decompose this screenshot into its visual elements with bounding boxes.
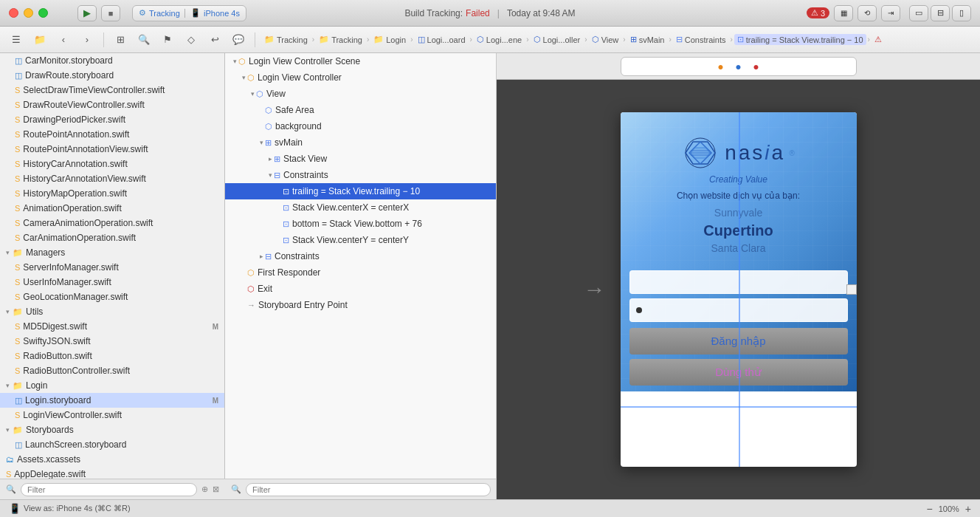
filter-options-left[interactable]: ⊕	[201, 485, 208, 494]
tree-item-loginvc[interactable]: S LoginViewController.swift	[0, 408, 224, 422]
tree-item-userinfo[interactable]: S UserInfoManager.swift	[0, 275, 224, 290]
tree-item-historycar[interactable]: S HistoryCarAnnotation.swift	[0, 157, 224, 171]
app-logo-area: nasia ® Creating Value Chọn website dịch…	[621, 112, 857, 264]
bookmark-btn[interactable]: ◇	[181, 31, 201, 49]
scheme-selector[interactable]: ⚙ Tracking │ 📱 iPhone 4s	[132, 5, 246, 21]
scene-item-exit[interactable]: ⬡ Exit	[225, 281, 496, 297]
tree-item-xcassets[interactable]: 🗂 Assets.xcassets	[0, 452, 224, 467]
scene-item-background[interactable]: ⬡ background	[225, 118, 496, 134]
breadcrumb-constraints[interactable]: ⊟ Constraints	[673, 33, 729, 46]
tree-item-loginstoryboard[interactable]: ◫ Login.storyboard M	[0, 393, 224, 408]
tree-item-md5[interactable]: S MD5Digest.swift M	[0, 319, 224, 334]
triangle-svmain[interactable]	[258, 139, 265, 146]
city-picker[interactable]: Sunnyvale Cupertino Santa Clara	[635, 204, 842, 257]
run-button[interactable]: ▶	[77, 5, 97, 21]
tree-item-radiobtn[interactable]: S RadioButton.swift	[0, 349, 224, 363]
stop-button[interactable]: ■	[101, 5, 120, 21]
tree-item-historycarvw[interactable]: S HistoryCarAnnotationView.swift	[0, 171, 224, 186]
sidebar-toggle[interactable]: ☰	[6, 31, 27, 49]
maximize-button[interactable]	[38, 8, 48, 18]
tree-item-cameraop[interactable]: S CameraAnimationOperation.swift	[0, 216, 224, 230]
tree-item-animation[interactable]: S AnimationOperation.swift	[0, 201, 224, 216]
filter-input-left[interactable]	[21, 483, 197, 496]
tree-item-carop[interactable]: S CarAnimationOperation.swift	[0, 230, 224, 245]
forward-btn[interactable]: ›	[77, 31, 97, 49]
close-button[interactable]	[9, 8, 18, 18]
comment-btn[interactable]: 💬	[228, 31, 249, 49]
scene-item-entrypoint[interactable]: → Storyboard Entry Point	[225, 297, 496, 313]
warning-btn[interactable]: ⚑	[157, 31, 178, 49]
tree-item-carmonitor[interactable]: ◫ CarMonitor.storyboard	[0, 53, 224, 68]
breadcrumb-trailing[interactable]: ⊡ trailing = Stack View.trailing − 10	[734, 34, 866, 45]
zoom-plus-btn[interactable]: +	[965, 503, 971, 515]
trial-button[interactable]: Dùng thử	[629, 359, 848, 386]
scene-item-centerx[interactable]: ⊡ Stack View.centerX = centerX	[225, 199, 496, 216]
triangle-scene[interactable]	[231, 58, 238, 65]
canvas-run-icon[interactable]: ●	[712, 58, 730, 75]
scene-item-trailing[interactable]: ⊡ trailing = Stack View.trailing − 10	[225, 183, 496, 199]
tree-item-geolocation[interactable]: S GeoLocationManager.swift	[0, 290, 224, 304]
tree-item-radiobtnctrl[interactable]: S RadioButtonController.swift	[0, 363, 224, 378]
breadcrumb-login[interactable]: 📁 Login	[370, 33, 409, 46]
scene-item-firstresponder[interactable]: ⬡ First Responder	[225, 264, 496, 281]
scene-item-safearea[interactable]: ⬡ Safe Area	[225, 102, 496, 118]
triangle-lvc[interactable]	[240, 74, 247, 81]
tree-item-launchscreen[interactable]: ◫ LaunchScreen.storyboard	[0, 437, 224, 452]
scene-item-view[interactable]: ⬡ View	[225, 86, 496, 102]
breadcrumb-svmain[interactable]: ⊞ svMain	[627, 33, 668, 46]
error-badge[interactable]: ⚠ 3	[807, 7, 829, 18]
panel-center-btn[interactable]: ⊟	[931, 5, 950, 21]
breadcrumb-storyboard[interactable]: ◫ Logi...oard	[415, 33, 469, 46]
layout-btn-3[interactable]: ⇥	[881, 5, 900, 21]
scene-item-lvc[interactable]: ⬡ Login View Controller	[225, 69, 496, 86]
back-btn[interactable]: ‹	[53, 31, 74, 49]
scene-item-stackview[interactable]: ⊞ Stack View	[225, 151, 496, 167]
scene-item-lvcscene[interactable]: ⬡ Login View Controller Scene	[225, 53, 496, 69]
search-btn[interactable]: 🔍	[134, 31, 154, 49]
triangle-stackview[interactable]	[266, 155, 274, 162]
layout-btn-1[interactable]: ▦	[834, 5, 853, 21]
tree-folder-managers[interactable]: ▾ 📁 Managers	[0, 245, 224, 260]
scene-item-constraints-sv[interactable]: ⊟ Constraints	[225, 167, 496, 183]
history-btn[interactable]: ↩	[204, 31, 225, 49]
tree-item-drawroute[interactable]: ◫ DrawRoute.storyboard	[0, 68, 224, 83]
tree-item-routepoint[interactable]: S RoutePointAnnotation.swift	[0, 127, 224, 142]
breadcrumb-tracking-2[interactable]: 📁 Tracking	[316, 33, 365, 46]
tree-item-historymap[interactable]: S HistoryMapOperation.swift	[0, 186, 224, 201]
filter-expand-left[interactable]: ⊠	[213, 485, 219, 494]
breadcrumb-controller[interactable]: ⬡ Logi...oller	[531, 33, 584, 46]
tree-item-serverinfo[interactable]: S ServerInfoManager.swift	[0, 260, 224, 275]
canvas-device-icon[interactable]: ●	[730, 58, 748, 75]
breadcrumb-scene[interactable]: ⬡ Logi...ene	[474, 33, 525, 46]
tree-item-drawingperiod[interactable]: S DrawingPeriodPicker.swift	[0, 112, 224, 127]
triangle-view[interactable]	[249, 90, 256, 97]
panel-right-btn[interactable]: ▯	[952, 5, 971, 21]
diff-btn[interactable]: ⊞	[110, 31, 131, 49]
tree-item-routepointview[interactable]: S RoutePointAnnotationView.swift	[0, 142, 224, 157]
tree-folder-storyboards[interactable]: ▾ 📁 Storyboards	[0, 422, 224, 437]
canvas-error-icon[interactable]: ●	[748, 58, 765, 75]
breadcrumb-error-btn[interactable]: ⚠	[872, 33, 885, 46]
login-button[interactable]: Đăng nhập	[629, 328, 848, 355]
folder-btn[interactable]: 📁	[30, 31, 50, 49]
scene-item-centery[interactable]: ⊡ Stack View.centerY = centerY	[225, 232, 496, 248]
breadcrumb-view[interactable]: ⬡ View	[589, 33, 622, 46]
nasia-text-container: nasia ®	[725, 141, 795, 165]
layout-btn-2[interactable]: ⟲	[858, 5, 877, 21]
minimize-button[interactable]	[24, 8, 33, 18]
tree-folder-utils[interactable]: ▾ 📁 Utils	[0, 304, 224, 319]
breadcrumb-tracking-1[interactable]: 📁 Tracking	[261, 33, 311, 46]
zoom-minus-btn[interactable]: −	[926, 503, 932, 515]
tree-folder-login[interactable]: ▾ 📁 Login	[0, 378, 224, 393]
triangle-constraints-view[interactable]	[258, 253, 265, 260]
panel-left-btn[interactable]: ▭	[909, 5, 928, 21]
scene-item-bottom[interactable]: ⊡ bottom = Stack View.bottom + 76	[225, 216, 496, 232]
username-input[interactable]	[629, 270, 848, 294]
filter-input-right[interactable]	[246, 483, 491, 496]
scene-item-constraints-view[interactable]: ⊟ Constraints	[225, 248, 496, 264]
triangle-constraints-sv[interactable]	[266, 171, 274, 179]
tree-item-selectdraw[interactable]: S SelectDrawTimeViewController.swift	[0, 83, 224, 97]
scene-item-svmain[interactable]: ⊞ svMain	[225, 134, 496, 151]
tree-item-swiftyjson[interactable]: S SwiftyJSON.swift	[0, 334, 224, 349]
tree-item-drawroutevc[interactable]: S DrawRouteViewController.swift	[0, 97, 224, 112]
